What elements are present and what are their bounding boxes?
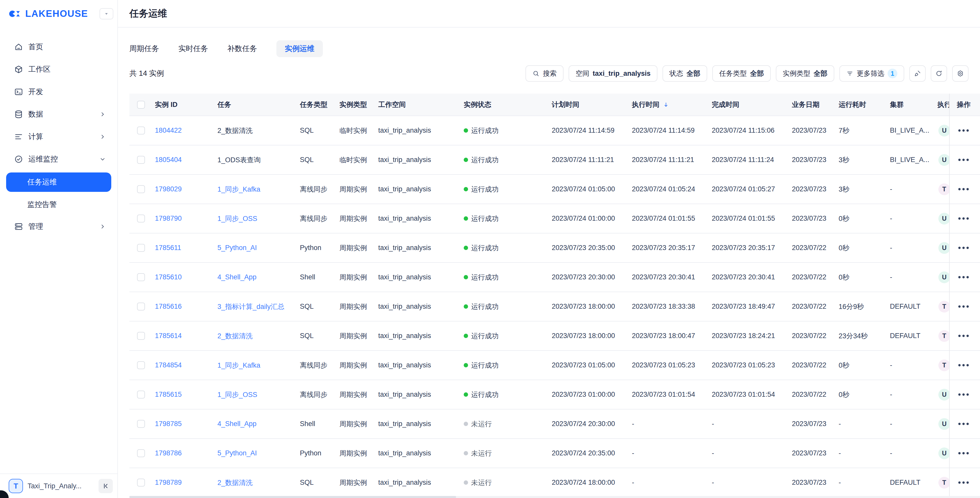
row-checkbox[interactable] (137, 479, 145, 487)
cluster-cell: - (887, 391, 934, 398)
instance-id-link[interactable]: 1804422 (155, 127, 182, 134)
executor-avatar[interactable]: T (939, 330, 949, 342)
row-actions-cell (950, 234, 980, 263)
horizontal-scrollbar[interactable] (129, 496, 980, 498)
tab-instance-ops[interactable]: 实例运维 (277, 40, 323, 57)
instance-id-link[interactable]: 1798785 (155, 420, 182, 428)
executor-avatar[interactable]: T (939, 183, 949, 195)
task-link[interactable]: 1_同步_OSS (218, 214, 257, 223)
task-link[interactable]: 2_数据清洗 (218, 331, 253, 340)
sidebar-collapse-button[interactable] (99, 479, 113, 493)
row-checkbox[interactable] (137, 156, 145, 164)
task-link[interactable]: 1_同步_OSS (218, 390, 257, 399)
biz-date-cell: 2023/07/22 (789, 361, 835, 369)
database-icon (14, 110, 23, 119)
row-more-actions-button[interactable] (957, 127, 970, 134)
task-type-filter[interactable]: 任务类型全部 (712, 65, 771, 82)
row-select-cell (129, 215, 152, 223)
task-link[interactable]: 4_Shell_App (218, 420, 256, 428)
sidebar-item-compute[interactable]: 计算 (6, 127, 111, 146)
executor-avatar[interactable]: U (939, 242, 949, 254)
sidebar-item-workspace[interactable]: 工作区 (6, 60, 111, 79)
row-checkbox[interactable] (137, 391, 145, 398)
row-more-actions-button[interactable] (957, 391, 970, 398)
tab-realtime-tasks[interactable]: 实时任务 (178, 40, 208, 57)
instance-id-link[interactable]: 1798786 (155, 449, 182, 457)
sidebar-item-data[interactable]: 数据 (6, 105, 111, 124)
row-more-actions-button[interactable] (957, 215, 970, 222)
executor-avatar[interactable]: U (939, 213, 949, 224)
row-checkbox[interactable] (137, 420, 145, 428)
instance-id-link[interactable]: 1785616 (155, 302, 182, 310)
executor-avatar[interactable]: U (939, 389, 949, 401)
search-button[interactable]: 搜索 (525, 65, 563, 82)
row-more-actions-button[interactable] (957, 479, 970, 486)
executor-avatar[interactable]: U (939, 418, 949, 430)
task-link[interactable]: 5_Python_AI (218, 244, 257, 252)
executor-avatar[interactable]: U (939, 154, 949, 166)
row-checkbox[interactable] (137, 127, 145, 134)
workspace-filter[interactable]: 空间taxi_trip_analysis (569, 65, 657, 82)
row-more-actions-button[interactable] (957, 450, 970, 457)
table-scroll-area[interactable]: 实例 ID任务任务类型实例类型工作空间实例状态计划时间执行时间完成时间业务日期运… (129, 94, 949, 498)
task-link[interactable]: 5_Python_AI (218, 449, 257, 457)
task-link[interactable]: 4_Shell_App (218, 273, 256, 281)
table-settings-button[interactable] (952, 65, 969, 82)
instance-id-link[interactable]: 1785615 (155, 391, 182, 398)
executor-avatar[interactable]: U (939, 125, 949, 137)
workspace-switcher[interactable]: T Taxi_Trip_Analy... (0, 474, 118, 498)
row-more-actions-button[interactable] (957, 303, 970, 310)
instance-id-link[interactable]: 1785610 (155, 273, 182, 281)
task-link[interactable]: 3_指标计算_daily汇总 (218, 302, 285, 311)
executor-avatar[interactable]: U (939, 447, 949, 459)
row-more-actions-button[interactable] (957, 156, 970, 164)
toolbar: 共 14 实例 搜索空间taxi_trip_analysis状态全部任务类型全部… (129, 65, 969, 82)
row-checkbox[interactable] (137, 185, 145, 193)
row-more-actions-button[interactable] (957, 420, 970, 428)
row-checkbox[interactable] (137, 302, 145, 310)
row-more-actions-button[interactable] (957, 274, 970, 281)
sidebar-item-ops-monitor[interactable]: 运维监控 (6, 150, 111, 169)
row-checkbox[interactable] (137, 332, 145, 340)
executor-avatar[interactable]: T (939, 477, 949, 488)
scrollbar-thumb[interactable] (129, 496, 456, 498)
tab-cycle-tasks[interactable]: 周期任务 (129, 40, 159, 57)
sidebar-item-dev[interactable]: 开发 (6, 83, 111, 101)
instance-id-link[interactable]: 1798789 (155, 479, 182, 487)
task-link[interactable]: 1_同步_Kafka (218, 361, 260, 370)
sidebar-item-home[interactable]: 首页 (6, 38, 111, 56)
row-more-actions-button[interactable] (957, 186, 970, 193)
executor-avatar[interactable]: T (939, 301, 949, 312)
row-checkbox[interactable] (137, 244, 145, 252)
more-filters[interactable]: 更多筛选1 (839, 65, 904, 82)
select-all-checkbox[interactable] (137, 101, 145, 109)
instance-id-link[interactable]: 1805404 (155, 156, 182, 164)
instance-id-link[interactable]: 1785614 (155, 332, 182, 340)
refresh-button[interactable] (931, 65, 947, 82)
clear-filters-button[interactable] (909, 65, 926, 82)
instance-id-link[interactable]: 1798029 (155, 185, 182, 193)
task-link[interactable]: 2_数据清洗 (218, 478, 253, 487)
row-checkbox[interactable] (137, 273, 145, 281)
instance-id-link[interactable]: 1784854 (155, 361, 182, 369)
row-more-actions-button[interactable] (957, 361, 970, 369)
executor-avatar[interactable]: T (939, 360, 949, 371)
instance-type-filter[interactable]: 实例类型全部 (776, 65, 834, 82)
sidebar-item-monitor-alerts[interactable]: 监控告警 (6, 195, 111, 214)
tab-backfill-tasks[interactable]: 补数任务 (228, 40, 257, 57)
org-switcher-button[interactable] (100, 8, 113, 19)
executor-avatar[interactable]: U (939, 272, 949, 283)
row-more-actions-button[interactable] (957, 244, 970, 251)
sidebar-item-admin[interactable]: 管理 (6, 217, 111, 236)
row-checkbox[interactable] (137, 215, 145, 223)
status-filter[interactable]: 状态全部 (662, 65, 707, 82)
row-more-actions-button[interactable] (957, 332, 970, 340)
row-checkbox[interactable] (137, 449, 145, 457)
sidebar-item-task-ops[interactable]: 任务运维 (6, 172, 111, 192)
row-actions-cell (950, 439, 980, 468)
row-checkbox[interactable] (137, 361, 145, 369)
instance-id-link[interactable]: 1798790 (155, 215, 182, 223)
task-type-cell: 离线同步 (297, 214, 336, 223)
task-link[interactable]: 1_同步_Kafka (218, 185, 260, 194)
instance-id-link[interactable]: 1785611 (155, 244, 181, 252)
